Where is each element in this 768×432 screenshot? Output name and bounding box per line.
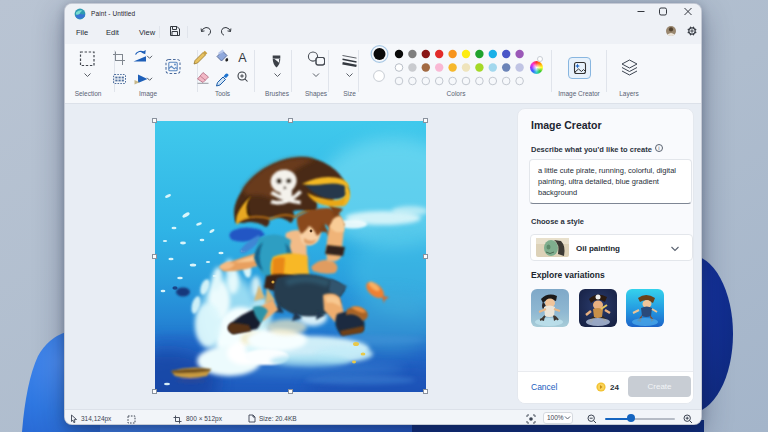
svg-text:A: A [238,51,247,65]
